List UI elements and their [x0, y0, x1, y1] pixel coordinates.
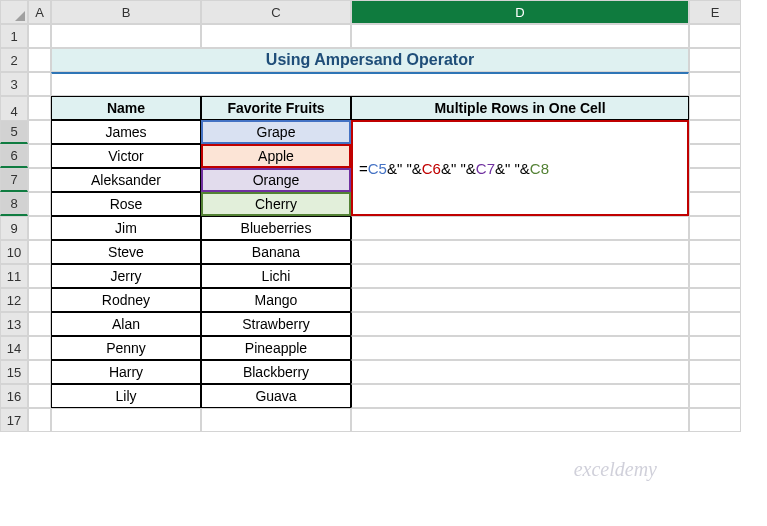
- cell-E6[interactable]: [689, 144, 741, 168]
- cell-E10[interactable]: [689, 240, 741, 264]
- row-header-13[interactable]: 13: [0, 312, 28, 336]
- col-header-E[interactable]: E: [689, 0, 741, 24]
- cell-B1[interactable]: [51, 24, 201, 48]
- col-header-B[interactable]: B: [51, 0, 201, 24]
- cell-E3[interactable]: [689, 72, 741, 96]
- row-header-1[interactable]: 1: [0, 24, 28, 48]
- cell-D10[interactable]: [351, 240, 689, 264]
- cell-E11[interactable]: [689, 264, 741, 288]
- cell-D13[interactable]: [351, 312, 689, 336]
- cell-B8[interactable]: Rose: [51, 192, 201, 216]
- cell-A1[interactable]: [28, 24, 51, 48]
- cell-A12[interactable]: [28, 288, 51, 312]
- cell-B6[interactable]: Victor: [51, 144, 201, 168]
- cell-D16[interactable]: [351, 384, 689, 408]
- cell-E12[interactable]: [689, 288, 741, 312]
- row-header-5[interactable]: 5: [0, 120, 28, 144]
- row-header-8[interactable]: 8: [0, 192, 28, 216]
- cell-E7[interactable]: [689, 168, 741, 192]
- row-header-3[interactable]: 3: [0, 72, 28, 96]
- cell-B16[interactable]: Lily: [51, 384, 201, 408]
- cell-E17[interactable]: [689, 408, 741, 432]
- row-header-9[interactable]: 9: [0, 216, 28, 240]
- cell-E5[interactable]: [689, 120, 741, 144]
- cell-A13[interactable]: [28, 312, 51, 336]
- cell-C9[interactable]: Blueberries: [201, 216, 351, 240]
- col-header-D[interactable]: D: [351, 0, 689, 24]
- cell-A10[interactable]: [28, 240, 51, 264]
- cell-A5[interactable]: [28, 120, 51, 144]
- row-header-2[interactable]: 2: [0, 48, 28, 72]
- cell-E4[interactable]: [689, 96, 741, 120]
- cell-B9[interactable]: Jim: [51, 216, 201, 240]
- cell-E2[interactable]: [689, 48, 741, 72]
- cell-A15[interactable]: [28, 360, 51, 384]
- cell-A3[interactable]: [28, 72, 51, 96]
- header-multiple[interactable]: Multiple Rows in One Cell: [351, 96, 689, 120]
- row-header-12[interactable]: 12: [0, 288, 28, 312]
- cell-B10[interactable]: Steve: [51, 240, 201, 264]
- cell-B11[interactable]: Jerry: [51, 264, 201, 288]
- header-name[interactable]: Name: [51, 96, 201, 120]
- cell-A11[interactable]: [28, 264, 51, 288]
- cell-A7[interactable]: [28, 168, 51, 192]
- cell-A4[interactable]: [28, 96, 51, 120]
- cell-C10[interactable]: Banana: [201, 240, 351, 264]
- cell-E15[interactable]: [689, 360, 741, 384]
- cell-E9[interactable]: [689, 216, 741, 240]
- cell-C14[interactable]: Pineapple: [201, 336, 351, 360]
- cell-C1[interactable]: [201, 24, 351, 48]
- cell-D11[interactable]: [351, 264, 689, 288]
- title-underline[interactable]: [51, 72, 689, 96]
- cell-A17[interactable]: [28, 408, 51, 432]
- cell-D17[interactable]: [351, 408, 689, 432]
- cell-E1[interactable]: [689, 24, 741, 48]
- cell-A16[interactable]: [28, 384, 51, 408]
- header-fruits[interactable]: Favorite Fruits: [201, 96, 351, 120]
- cell-B12[interactable]: Rodney: [51, 288, 201, 312]
- col-header-A[interactable]: A: [28, 0, 51, 24]
- cell-C5[interactable]: Grape: [201, 120, 351, 144]
- cell-D14[interactable]: [351, 336, 689, 360]
- cell-E16[interactable]: [689, 384, 741, 408]
- cell-B15[interactable]: Harry: [51, 360, 201, 384]
- cell-C11[interactable]: Lichi: [201, 264, 351, 288]
- row-header-17[interactable]: 17: [0, 408, 28, 432]
- row-header-6[interactable]: 6: [0, 144, 28, 168]
- cell-D5-merged[interactable]: =C5&" "&C6&" "&C7&" "&C8: [351, 120, 689, 216]
- cell-B14[interactable]: Penny: [51, 336, 201, 360]
- cell-B7[interactable]: Aleksander: [51, 168, 201, 192]
- cell-D15[interactable]: [351, 360, 689, 384]
- cell-C13[interactable]: Strawberry: [201, 312, 351, 336]
- row-header-7[interactable]: 7: [0, 168, 28, 192]
- cell-B5[interactable]: James: [51, 120, 201, 144]
- col-header-C[interactable]: C: [201, 0, 351, 24]
- cell-E13[interactable]: [689, 312, 741, 336]
- cell-D9[interactable]: [351, 216, 689, 240]
- cell-C12[interactable]: Mango: [201, 288, 351, 312]
- select-all-corner[interactable]: [0, 0, 28, 24]
- cell-A6[interactable]: [28, 144, 51, 168]
- cell-E14[interactable]: [689, 336, 741, 360]
- row-header-15[interactable]: 15: [0, 360, 28, 384]
- cell-B17[interactable]: [51, 408, 201, 432]
- cell-A8[interactable]: [28, 192, 51, 216]
- cell-E8[interactable]: [689, 192, 741, 216]
- cell-C8[interactable]: Cherry: [201, 192, 351, 216]
- cell-C7[interactable]: Orange: [201, 168, 351, 192]
- row-header-16[interactable]: 16: [0, 384, 28, 408]
- row-header-11[interactable]: 11: [0, 264, 28, 288]
- row-header-10[interactable]: 10: [0, 240, 28, 264]
- cell-C6[interactable]: Apple: [201, 144, 351, 168]
- cell-A9[interactable]: [28, 216, 51, 240]
- cell-C16[interactable]: Guava: [201, 384, 351, 408]
- cell-A14[interactable]: [28, 336, 51, 360]
- cell-D1[interactable]: [351, 24, 689, 48]
- cell-C15[interactable]: Blackberry: [201, 360, 351, 384]
- cell-B13[interactable]: Alan: [51, 312, 201, 336]
- row-header-14[interactable]: 14: [0, 336, 28, 360]
- cell-D12[interactable]: [351, 288, 689, 312]
- cell-C17[interactable]: [201, 408, 351, 432]
- cell-A2[interactable]: [28, 48, 51, 72]
- title-cell[interactable]: Using Ampersand Operator: [51, 48, 689, 72]
